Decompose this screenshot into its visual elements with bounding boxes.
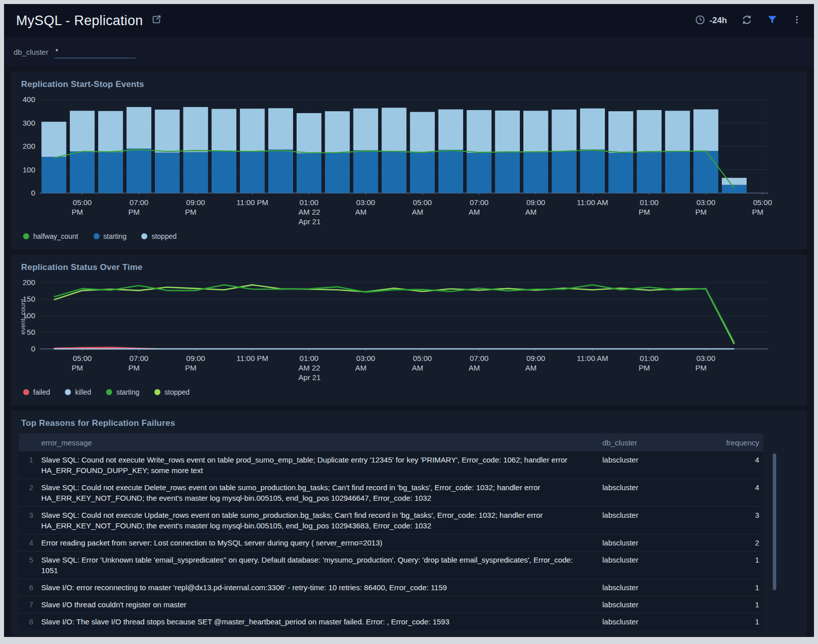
clock-icon: [695, 15, 705, 27]
cell-frequency: 4: [718, 479, 763, 496]
panel-replication-start-stop-events: Replication Start-Stop Events 0100200300…: [11, 71, 807, 249]
cell-db-cluster: labscluster: [602, 479, 718, 496]
svg-text:PM: PM: [128, 363, 140, 372]
page-title: MySQL - Replication: [16, 13, 143, 29]
svg-text:05:00: 05:00: [73, 354, 92, 362]
table-row: 2Slave SQL: Could not execute Delete_row…: [19, 479, 763, 506]
svg-text:01:00: 01:00: [640, 198, 659, 207]
cell-frequency: 3: [718, 507, 763, 523]
svg-text:05:00: 05:00: [753, 198, 772, 207]
svg-text:200: 200: [23, 142, 35, 150]
legend-item-halfway_count[interactable]: halfway_count: [23, 232, 78, 240]
row-number: 2: [19, 479, 41, 496]
legend-label: killed: [75, 388, 91, 396]
svg-text:PM: PM: [128, 208, 140, 216]
time-range-button[interactable]: -24h: [695, 15, 727, 27]
filter-toggle-button[interactable]: [767, 14, 778, 27]
refresh-icon: [741, 14, 753, 28]
svg-text:09:00: 09:00: [186, 198, 205, 207]
svg-text:05:00: 05:00: [413, 198, 432, 207]
panel-title: Replication Status Over Time: [21, 262, 799, 272]
cell-error-message: Slave I/O thread couldn't register on ma…: [41, 596, 602, 613]
table-row: 1Slave SQL: Cound not execute Write_rows…: [19, 451, 763, 479]
kebab-menu-icon: [792, 15, 802, 27]
cell-db-cluster: labscluster: [602, 534, 718, 551]
dashboard-page: MySQL - Replication -24h: [4, 4, 814, 637]
row-number: 7: [19, 596, 41, 613]
legend-item-stopped[interactable]: stopped: [154, 388, 190, 396]
svg-text:09:00: 09:00: [526, 354, 546, 362]
row-number: 3: [19, 507, 41, 523]
svg-text:50: 50: [27, 328, 35, 336]
cell-frequency: 1: [718, 596, 763, 613]
legend-dot-halfway_count: [23, 233, 29, 239]
table-row: 5Slave SQL: Error 'Unknown table 'email_…: [19, 551, 763, 579]
replication-status-legend: failedkilledstartingstopped: [23, 386, 799, 398]
svg-text:Apr 21: Apr 21: [299, 373, 321, 382]
svg-text:Apr 21: Apr 21: [299, 217, 321, 226]
failures-table: error_message db_cluster frequency 1Slav…: [19, 433, 763, 630]
row-number: 5: [19, 551, 41, 568]
svg-text:09:00: 09:00: [526, 198, 546, 207]
svg-text:05:00: 05:00: [73, 198, 92, 207]
legend-dot-starting: [106, 389, 112, 395]
cell-error-message: Slave SQL: Error 'Unknown table 'email_s…: [41, 551, 602, 579]
legend-item-starting[interactable]: starting: [106, 388, 139, 396]
row-number: 8: [19, 613, 41, 630]
legend-dot-stopped: [141, 233, 147, 239]
table-scrollbar[interactable]: [773, 453, 776, 590]
svg-text:01:00: 01:00: [300, 198, 319, 207]
svg-text:03:00: 03:00: [356, 198, 376, 207]
svg-text:AM: AM: [469, 208, 480, 216]
panel-menu-button[interactable]: [792, 15, 802, 27]
panel-top-reasons-for-replication-failures: Top Reasons for Replication Failures err…: [11, 410, 807, 636]
legend-label: stopped: [151, 232, 176, 240]
svg-text:PM: PM: [72, 363, 83, 372]
svg-text:PM: PM: [72, 208, 83, 216]
svg-text:05:00: 05:00: [413, 354, 432, 362]
legend-item-starting[interactable]: starting: [94, 232, 127, 240]
cell-error-message: Slave SQL: Could not execute Update_rows…: [41, 507, 602, 534]
dashboard-header: MySQL - Replication -24h: [4, 4, 814, 37]
header-actions: -24h: [695, 14, 802, 28]
legend-dot-killed: [65, 389, 71, 395]
share-button[interactable]: [151, 14, 162, 27]
svg-text:03:00: 03:00: [696, 354, 715, 362]
table-row: 4Error reading packet from server: Lost …: [19, 534, 763, 551]
legend-item-failed[interactable]: failed: [23, 388, 50, 396]
svg-text:AM: AM: [469, 363, 480, 372]
svg-text:AM 22: AM 22: [299, 208, 320, 216]
svg-text:11:00 PM: 11:00 PM: [236, 198, 268, 207]
time-range-label: -24h: [709, 16, 727, 26]
replication-status-chart: 05010015020005:00PM07:00PM09:00PM11:00 P…: [19, 278, 799, 384]
legend-item-stopped[interactable]: stopped: [141, 232, 176, 240]
legend-item-killed[interactable]: killed: [65, 388, 91, 396]
cell-db-cluster: labscluster: [602, 596, 718, 613]
svg-text:AM: AM: [355, 363, 367, 372]
svg-text:07:00: 07:00: [470, 198, 489, 207]
svg-text:AM: AM: [525, 208, 537, 216]
cell-db-cluster: labscluster: [602, 551, 718, 568]
filter-funnel-icon: [767, 14, 778, 27]
cell-error-message: Slave SQL: Could not execute Delete_rows…: [41, 479, 602, 506]
cell-db-cluster: labscluster: [602, 579, 718, 596]
panel-title: Replication Start-Stop Events: [21, 79, 799, 89]
svg-text:0: 0: [31, 189, 35, 197]
svg-text:07:00: 07:00: [130, 198, 149, 207]
table-row: 7Slave I/O thread couldn't register on m…: [19, 596, 763, 613]
share-icon: [151, 14, 162, 27]
db-cluster-filter-input[interactable]: [54, 46, 136, 58]
start-stop-events-chart: 010020030040005:00PM07:00PM09:00PM11:00 …: [19, 95, 799, 228]
refresh-button[interactable]: [741, 14, 753, 28]
column-header-db-cluster: db_cluster: [602, 438, 718, 447]
svg-text:AM: AM: [525, 363, 537, 372]
svg-text:AM 22: AM 22: [299, 363, 320, 372]
cell-frequency: 1: [718, 579, 763, 596]
row-number: 6: [19, 579, 41, 596]
svg-text:PM: PM: [695, 208, 707, 216]
svg-text:PM: PM: [695, 363, 707, 372]
row-number: 4: [19, 534, 41, 551]
svg-text:PM: PM: [752, 208, 764, 216]
svg-text:0: 0: [31, 344, 35, 353]
legend-label: starting: [116, 388, 139, 396]
